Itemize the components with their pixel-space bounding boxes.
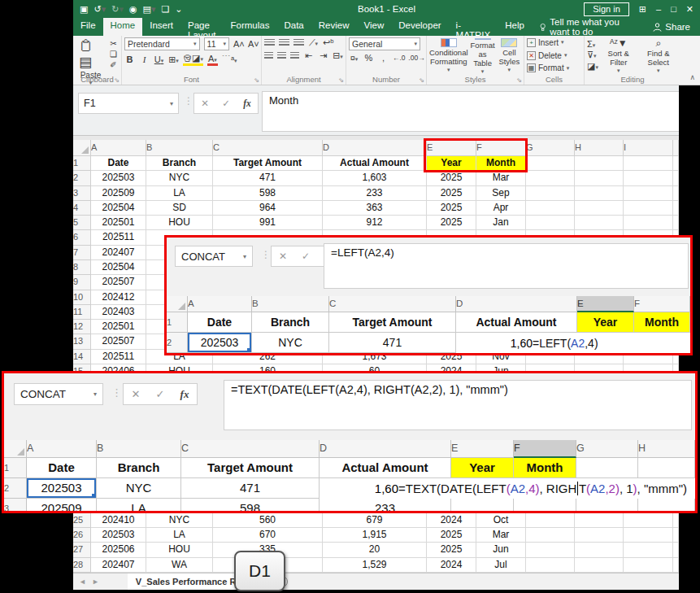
cell-B3[interactable]: LA [97, 499, 181, 513]
row-header-25[interactable]: 25 [73, 513, 91, 528]
row-header-6[interactable]: 6 [73, 230, 91, 245]
alignment-dialog-launcher-icon[interactable]: ⇘ [338, 76, 344, 84]
cell-F1[interactable]: Month [476, 156, 526, 171]
cell-E28[interactable]: 2024 [427, 558, 476, 573]
cell-A1[interactable]: Date [188, 312, 252, 333]
cell-C2[interactable]: 471 [329, 333, 456, 353]
cell-E5[interactable]: 2025 [427, 216, 476, 230]
column-header-G[interactable]: G [526, 140, 575, 156]
ribbon-tab-home[interactable]: Home [103, 18, 143, 36]
align-right-icon[interactable] [290, 52, 299, 59]
row-header-7[interactable]: 7 [73, 246, 91, 260]
cell-E2[interactable]: 2025 [427, 171, 476, 185]
cell-A8[interactable]: 202504 [91, 260, 146, 275]
cell-G3[interactable] [576, 499, 638, 513]
clear-icon[interactable]: ◪▾ [587, 61, 598, 72]
in-cell-formula[interactable]: 1,60=LEFT(A2,4) [456, 333, 690, 353]
cell-G4[interactable] [526, 201, 575, 216]
cell-C2[interactable]: 471 [213, 171, 323, 185]
formula-bar-splitter[interactable]: ⋮ [184, 95, 193, 107]
minimize-button[interactable]: – [656, 4, 661, 14]
column-header-E[interactable]: E [451, 440, 514, 458]
redo-icon[interactable]: ↻▾ [111, 4, 124, 15]
column-header-B[interactable]: B [97, 440, 181, 458]
inset1-formula-input[interactable]: =LEFT(A2,4) [324, 243, 689, 289]
cell-B5[interactable]: HOU [146, 216, 213, 230]
cell-A26[interactable]: 202503 [91, 528, 146, 543]
cell-B25[interactable]: NYC [146, 513, 213, 528]
cell-D26[interactable]: 1,915 [323, 528, 427, 543]
cell-B4[interactable]: SD [146, 201, 213, 216]
cell-A9[interactable]: 202507 [91, 275, 146, 290]
cell-F3[interactable] [514, 499, 576, 513]
cell-C1[interactable]: Target Amount [329, 312, 456, 333]
align-center-icon[interactable] [277, 52, 286, 59]
ribbon-tab-page-layout[interactable]: Page Layout [180, 18, 224, 36]
cell-F5[interactable]: Jan [476, 216, 526, 230]
cell-I1[interactable] [624, 156, 673, 171]
column-header-E[interactable]: E [427, 140, 476, 156]
cell-F3[interactable]: Sep [476, 186, 526, 201]
number-dialog-launcher-icon[interactable]: ⇘ [419, 76, 424, 84]
orientation-icon[interactable]: ⟋▾ [308, 37, 319, 48]
cell-I4[interactable] [624, 201, 673, 216]
column-header-H[interactable]: H [638, 440, 695, 458]
increase-indent-icon[interactable]: ⇥ [318, 50, 328, 61]
cancel-icon[interactable]: ✕ [201, 98, 209, 109]
fill-color-icon[interactable]: 🪣︎◪▾ [183, 53, 203, 66]
tell-me-box[interactable]: Tell me what you want to do [532, 18, 643, 36]
increase-decimal-icon[interactable]: ←.0 [393, 54, 404, 62]
cell-I27[interactable] [624, 543, 673, 557]
cell-A12[interactable]: 202501 [91, 320, 146, 334]
row-header-5[interactable]: 5 [73, 216, 91, 230]
cell-C4[interactable]: 964 [213, 201, 323, 216]
cell-G26[interactable] [526, 528, 575, 543]
conditional-formatting-button[interactable]: Conditional Formatting ▾ [429, 37, 468, 73]
cell-E3[interactable] [451, 499, 514, 513]
cell-B2[interactable]: NYC [97, 478, 181, 499]
cancel-icon[interactable]: ✕ [132, 388, 141, 400]
cell-H1[interactable] [575, 156, 624, 171]
cell-E25[interactable]: 2024 [427, 513, 476, 528]
format-as-table-button[interactable]: Format as Table ▾ [471, 37, 495, 73]
row-header-28[interactable]: 28 [73, 558, 91, 573]
cell-B2[interactable]: NYC [252, 333, 329, 353]
cut-icon[interactable]: ✂ [108, 39, 119, 48]
cell-A28[interactable]: 202407 [91, 558, 146, 573]
cell-G5[interactable] [526, 216, 575, 230]
column-header-I[interactable]: I [624, 140, 673, 156]
column-header-E[interactable]: E [577, 296, 634, 312]
column-header-B[interactable]: B [146, 140, 213, 156]
row-header-3[interactable]: 3 [4, 499, 27, 513]
cell-G2[interactable] [526, 171, 575, 185]
increase-font-icon[interactable]: A˄ [233, 39, 244, 49]
bold-icon[interactable]: B [124, 55, 135, 64]
cell-H4[interactable] [575, 201, 624, 216]
cell-G25[interactable] [526, 513, 575, 528]
row-header-10[interactable]: 10 [73, 290, 91, 305]
cell-A2[interactable]: 202503 [27, 478, 97, 499]
cell-D1[interactable]: Actual Amount [456, 312, 577, 333]
column-header-A[interactable]: A [188, 296, 252, 312]
number-format-combobox[interactable]: General▾ [349, 37, 420, 50]
sort-filter-button[interactable]: ᴬᶻ▼ Sort & Filter ▾ [601, 37, 637, 73]
cell-C1[interactable]: Target Amount [213, 156, 323, 171]
column-header-C[interactable]: C [181, 440, 320, 458]
cell-B26[interactable]: LA [146, 528, 213, 543]
name-box-dropdown-icon[interactable]: ▾ [170, 100, 173, 107]
row-header-2[interactable]: 2 [73, 171, 91, 185]
font-name-combobox[interactable]: Pretendard▾ [124, 37, 200, 50]
format-painter-icon[interactable]: ✐ [108, 60, 119, 69]
cell-B1[interactable]: Branch [146, 156, 213, 171]
cell-A1[interactable]: Date [91, 156, 146, 171]
cell-D1[interactable]: Actual Amount [320, 458, 451, 478]
cell-E1[interactable]: Year [427, 156, 476, 171]
cell-E27[interactable]: 2025 [427, 543, 476, 557]
in-cell-formula[interactable]: 1,60=TEXT(DATE(LEFT(A2,4), RIGHT(A2,2), … [320, 478, 695, 499]
enter-icon[interactable]: ✓ [222, 98, 230, 109]
cell-C2[interactable]: 471 [181, 478, 320, 499]
clipboard-dialog-launcher-icon[interactable]: ⇘ [114, 76, 120, 84]
ribbon-display-options-icon[interactable]: ⊞ [639, 4, 646, 15]
cell-A3[interactable]: 202509 [27, 499, 97, 513]
column-header-C[interactable]: C [213, 140, 323, 156]
